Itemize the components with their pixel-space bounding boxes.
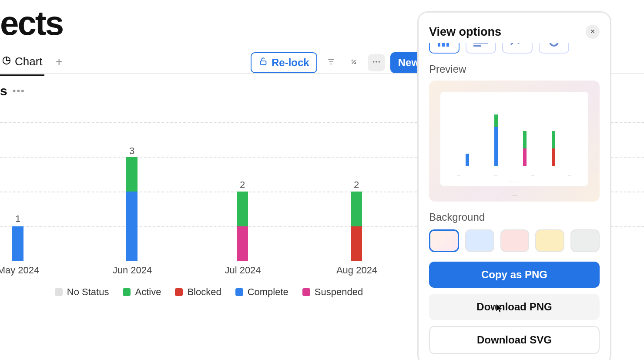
segment-complete [126,192,138,261]
download-png-button[interactable]: Download PNG [429,294,600,320]
svg-point-4 [378,61,380,63]
chart-bar-jul[interactable] [237,192,248,261]
x-axis-label: Jul 2024 [225,265,261,276]
mini-bar [552,148,555,166]
bar-total-label: 1 [5,213,31,225]
line-chart-icon [510,43,525,48]
ellipsis-icon [372,57,381,68]
segment-active [351,192,362,226]
mini-bar [494,127,498,166]
chart-type-horizontal-bar[interactable] [466,43,496,54]
download-svg-button[interactable]: Download SVG [429,326,600,354]
x-axis-label: May 2024 [0,265,39,276]
legend-label: Complete [248,286,288,298]
preview-section-label: Preview [429,63,600,75]
svg-rect-6 [442,43,445,47]
background-option-gradient[interactable] [429,229,459,252]
chart-legend: No Status Active Blocked Complete Suspen… [0,286,418,298]
mini-x-labels: ———— [440,173,588,176]
panel-title: View options [429,25,501,39]
new-button-label: New [398,57,419,68]
background-option-blue[interactable] [465,229,494,252]
legend-label: No Status [67,286,109,298]
legend-swatch [175,288,183,296]
download-svg-label: Download SVG [477,334,552,346]
unlock-icon [258,57,268,69]
relock-label: Re-lock [272,57,309,69]
mini-bar [523,148,527,166]
mini-bar [494,114,498,127]
close-button[interactable] [586,25,600,39]
bar-total-label: 2 [343,179,369,191]
background-option-yellow[interactable] [535,229,564,252]
filter-button[interactable] [322,54,340,71]
background-option-pink[interactable] [500,229,530,252]
download-png-label: Download PNG [476,301,552,313]
chart-type-vertical-bar[interactable] [429,43,460,54]
svg-rect-10 [473,45,481,47]
mini-legend: · · · · · [440,180,588,182]
segment-blocked [351,226,362,261]
legend-swatch [235,288,243,296]
segment-active [126,157,138,192]
legend-swatch [55,288,63,296]
bar-total-label: 3 [119,145,145,157]
tab-label: Chart [15,55,43,68]
expand-button[interactable] [345,54,362,71]
svg-point-11 [550,43,558,46]
horizontal-bar-icon [473,43,488,48]
legend-item-complete[interactable]: Complete [235,286,288,298]
legend-swatch [123,288,131,296]
tab-chart[interactable]: Chart [0,52,44,76]
chart-type-line[interactable] [502,43,533,54]
chart-subtitle-fragment: s [0,84,7,98]
svg-rect-9 [473,43,488,44]
legend-item-no-status[interactable]: No Status [55,286,109,298]
legend-label: Suspended [315,286,363,298]
pie-chart-icon [2,55,11,68]
chart-bar-aug[interactable] [351,192,362,261]
filter-icon [327,57,335,68]
view-options-panel: View options Preview [417,11,611,360]
chart-type-donut[interactable] [539,43,569,54]
mini-bar [466,154,469,166]
legend-label: Blocked [187,286,221,298]
chart-bar-may[interactable] [12,226,23,261]
legend-label: Active [135,286,161,298]
legend-item-blocked[interactable]: Blocked [175,286,221,298]
close-icon [590,27,596,37]
background-option-gray[interactable] [570,229,600,252]
x-axis-label: Jun 2024 [113,265,152,276]
legend-item-suspended[interactable]: Suspended [302,286,363,298]
copy-png-button[interactable]: Copy as PNG [429,262,600,288]
svg-rect-7 [446,43,449,47]
x-axis-label: Aug 2024 [336,265,377,276]
chart-subtitle-more-button[interactable]: ••• [13,85,25,97]
svg-rect-5 [438,43,440,47]
segment-active [237,192,248,226]
bar-chart-icon [437,43,452,48]
add-view-button[interactable]: + [51,55,67,73]
svg-point-3 [376,61,377,63]
legend-item-active[interactable]: Active [123,286,161,298]
segment-complete [12,226,23,261]
relock-button[interactable]: Re-lock [251,52,317,73]
svg-point-2 [372,61,374,63]
donut-chart-icon [548,43,560,49]
page-title: ects [0,3,63,43]
expand-diagonal-icon [349,57,358,68]
chart-bar-jun[interactable] [126,157,138,261]
plus-icon: + [56,55,63,68]
copy-png-label: Copy as PNG [481,269,547,280]
bar-total-label: 2 [229,179,255,191]
more-options-button[interactable] [368,54,385,71]
mini-bar [552,131,555,148]
mini-bar [523,131,527,148]
background-section-label: Background [429,211,600,223]
segment-suspended [237,226,248,261]
preview-caption: ····· [429,193,600,197]
mouse-cursor-icon [495,303,504,315]
preview-thumbnail: ———— · · · · · ····· [429,81,600,202]
svg-rect-1 [261,61,266,64]
legend-swatch [302,288,310,296]
